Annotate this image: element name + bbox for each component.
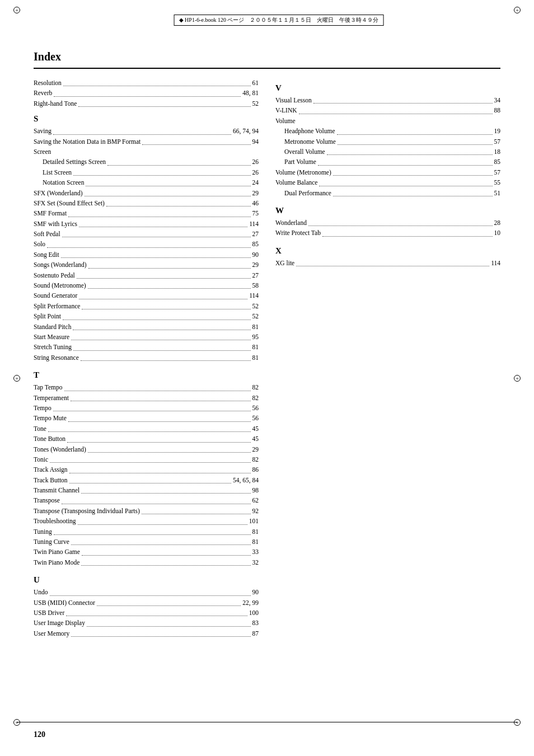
leader-dots (81, 557, 250, 566)
list-item: Dual Performance51 (275, 188, 500, 198)
entry-name: Start Measure (34, 332, 69, 342)
entry-name: Tempo (34, 403, 51, 413)
leader-dots (71, 537, 251, 545)
entry-page: 114 (249, 219, 259, 229)
entry-name: Split Performance (34, 301, 80, 311)
leader-dots (85, 188, 251, 196)
list-item: Volume (275, 116, 500, 126)
entry-name: SMF Format (34, 208, 67, 218)
entry-page: 51 (494, 188, 501, 198)
list-item: Right-hand Tone52 (34, 98, 259, 109)
leader-dots (50, 454, 250, 463)
list-item: Song Edit90 (34, 250, 259, 260)
list-item: Tone Button45 (34, 434, 259, 444)
entry-name: Headphone Volume (284, 126, 335, 136)
entry-page: 92 (252, 506, 259, 516)
leader-dots (88, 444, 251, 453)
v-entries: Visual Lesson34V-LINK88VolumeHeadphone V… (275, 95, 500, 198)
list-item: Saving the Notation Data in BMP Format94 (34, 137, 259, 147)
entry-name: Metronome Volume (284, 137, 336, 147)
list-item: Tempo56 (34, 403, 259, 413)
list-item: Tone45 (34, 424, 259, 434)
side-marker-right (514, 375, 521, 382)
leader-dots (54, 88, 241, 96)
list-item: Tuning81 (34, 527, 259, 537)
entry-page: 114 (491, 258, 500, 268)
list-item: Split Point52 (34, 311, 259, 321)
leader-dots (88, 260, 251, 268)
list-item: Metronome Volume57 (275, 137, 500, 147)
entry-page: 81 (252, 342, 259, 352)
leader-dots (66, 608, 247, 616)
list-item: Tap Tempo82 (34, 382, 259, 392)
leader-dots (142, 506, 251, 514)
entry-name: V-LINK (275, 105, 297, 115)
entry-page: 52 (252, 98, 259, 109)
leader-dots (62, 229, 251, 237)
entry-name: USB (MIDI) Connector (34, 598, 95, 608)
entry-page: 57 (494, 167, 501, 177)
leader-dots (47, 239, 250, 247)
entry-page: 10 (494, 228, 501, 238)
leader-dots (53, 126, 231, 134)
entry-page: 27 (252, 270, 259, 280)
leader-dots (69, 475, 231, 483)
entry-page: 29 (252, 260, 259, 270)
list-item: Soft Pedal27 (34, 229, 259, 239)
entry-name: Wonderland (275, 218, 307, 228)
leader-dots (61, 250, 251, 258)
leader-dots (68, 208, 250, 217)
corner-mark-tr (514, 7, 521, 13)
leader-dots (87, 618, 251, 626)
list-item: Volume (Metronome)57 (275, 167, 500, 177)
leader-dots (322, 228, 493, 236)
list-item: Sostenuto Pedal27 (34, 270, 259, 280)
entry-page: 58 (252, 280, 259, 290)
entry-name: Volume Balance (275, 177, 317, 187)
entry-name: Tone Button (34, 434, 65, 444)
r-entries: Resolution61Reverb48, 81Right-hand Tone5… (34, 78, 259, 109)
corner-mark-bl (13, 719, 20, 726)
right-column: V Visual Lesson34V-LINK88VolumeHeadphone… (275, 78, 500, 638)
entry-page: 75 (252, 208, 259, 218)
entry-page: 62 (252, 495, 259, 505)
list-item: Tones (Wonderland)29 (34, 444, 259, 454)
leader-dots (63, 78, 251, 86)
corner-mark-tl (13, 7, 20, 13)
entry-page: 26 (252, 157, 259, 167)
entry-name: Sound (Metronome) (34, 280, 86, 290)
entry-page: 52 (252, 301, 259, 311)
entry-name: Twin Piano Mode (34, 557, 79, 567)
title-rule (34, 68, 500, 69)
entry-name: Volume (Metronome) (275, 167, 331, 177)
entry-name: Sound Generator (34, 290, 77, 300)
entry-name: Twin Piano Game (34, 547, 80, 557)
leader-dots (318, 157, 493, 165)
entry-name: Temperament (34, 393, 69, 403)
leader-dots (88, 280, 251, 289)
list-item: Wonderland28 (275, 218, 500, 228)
leader-dots (63, 311, 251, 320)
entry-page: 18 (494, 147, 501, 157)
leader-dots (308, 218, 493, 226)
entry-page: 46 (252, 198, 259, 208)
entry-page: 100 (249, 608, 259, 618)
list-item: Notation Screen24 (34, 177, 259, 187)
entry-name: Dual Performance (284, 188, 331, 198)
entry-page: 19 (494, 126, 501, 136)
u-section-header: U (34, 575, 259, 585)
x-section-header: X (275, 246, 500, 256)
entry-page: 66, 74, 94 (233, 126, 259, 136)
leader-dots (81, 353, 251, 361)
entry-page: 55 (494, 177, 501, 187)
list-item: Troubleshooting101 (34, 516, 259, 526)
list-item: Volume Balance55 (275, 177, 500, 187)
entry-name: SFX Set (Sound Effect Set) (34, 198, 105, 208)
leader-dots (82, 547, 251, 555)
leader-dots (296, 258, 489, 266)
entry-name: Resolution (34, 78, 62, 88)
s-section-header: S (34, 114, 259, 124)
list-item: Twin Piano Game33 (34, 547, 259, 557)
list-item: Standard Pitch81 (34, 322, 259, 332)
entry-name: Volume (275, 116, 296, 126)
